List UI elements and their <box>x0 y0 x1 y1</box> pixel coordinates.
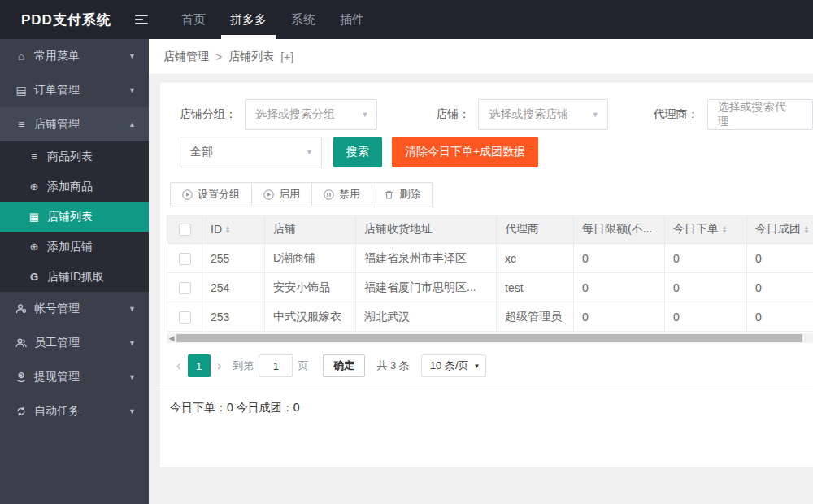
trash-icon <box>384 189 394 200</box>
select-placeholder: 选择或搜索代理 <box>718 100 791 129</box>
cell-address: 湖北武汉 <box>356 302 497 332</box>
play-circle-icon <box>263 189 274 200</box>
breadcrumb-add-tab[interactable]: [+] <box>280 50 293 63</box>
breadcrumb-separator: > <box>215 50 222 63</box>
select-value: 全部 <box>190 145 213 159</box>
plus-circle-icon: ⊕ <box>28 180 41 193</box>
cell-today-orders: 0 <box>665 244 747 273</box>
pagination: ‹ 1 › 到第 页 确定 共 3 条 10 条/页 ▼ <box>170 354 813 377</box>
sidebar-item-common-menu[interactable]: ⌂ 常用菜单 ▼ <box>0 39 149 73</box>
column-header-agent: 代理商 <box>505 222 539 235</box>
main-content: 店铺管理 > 店铺列表 [+] 店铺分组： 选择或搜索分组 ▼ 店铺： 选择或搜… <box>149 39 813 504</box>
sidebar-item-label: 店铺管理 <box>34 117 80 132</box>
goto-page-input[interactable] <box>259 354 293 377</box>
sort-icon[interactable]: ▴▾ <box>723 225 726 233</box>
chevron-down-icon: ▼ <box>474 363 480 370</box>
row-checkbox[interactable] <box>179 282 191 294</box>
users-icon <box>15 337 28 349</box>
sidebar-item-auto-tasks[interactable]: 自动任务 ▼ <box>0 394 149 428</box>
cell-address: 福建省厦门市思明区... <box>356 273 497 302</box>
disable-button[interactable]: 禁用 <box>312 182 372 206</box>
sort-icon[interactable]: ▴▾ <box>805 225 808 233</box>
top-header: PDD支付系统 首页 拼多多 系统 插件 <box>0 0 813 39</box>
select-placeholder: 选择或搜索分组 <box>255 107 335 122</box>
sidebar: ⌂ 常用菜单 ▼ ▤ 订单管理 ▼ ≡ 店铺管理 ▲ ≡ 商品列表 ⊕ 添加商品… <box>0 39 149 504</box>
cell-daily-limit: 0 <box>574 244 665 273</box>
scroll-left-icon[interactable]: ◀ <box>167 333 176 343</box>
tab-plugins[interactable]: 插件 <box>328 0 376 39</box>
sidebar-item-order-management[interactable]: ▤ 订单管理 ▼ <box>0 73 149 107</box>
cell-id: 254 <box>202 273 265 302</box>
sidebar-fold-icon[interactable] <box>127 0 156 39</box>
table-header-row: ID▴▾ 店铺 店铺收货地址 代理商 每日限额(不... 今日下单▴▾ 今日成团… <box>167 215 813 244</box>
home-icon: ⌂ <box>15 50 28 63</box>
select-placeholder: 选择或搜索店铺 <box>489 107 568 122</box>
breadcrumb: 店铺管理 > 店铺列表 [+] <box>149 39 813 75</box>
delete-button[interactable]: 删除 <box>372 182 433 206</box>
shop-group-select[interactable]: 选择或搜索分组 ▼ <box>245 99 377 130</box>
agent-select[interactable]: 选择或搜索代理 <box>707 99 813 130</box>
shop-select[interactable]: 选择或搜索店铺 ▼ <box>478 99 607 130</box>
cell-today-groups: 0 <box>747 273 813 302</box>
tab-system[interactable]: 系统 <box>279 0 328 39</box>
tab-home[interactable]: 首页 <box>169 0 218 39</box>
set-group-button[interactable]: 设置分组 <box>170 182 252 206</box>
status-select[interactable]: 全部 ▼ <box>180 137 322 167</box>
clear-today-data-button[interactable]: 清除今日下单+成团数据 <box>392 137 538 167</box>
prev-page-icon[interactable]: ‹ <box>170 358 188 374</box>
breadcrumb-section[interactable]: 店铺管理 <box>163 50 209 64</box>
list-icon: ≡ <box>28 150 41 163</box>
row-checkbox[interactable] <box>179 311 191 324</box>
sidebar-item-withdraw-management[interactable]: 提现管理 ▼ <box>0 360 149 394</box>
sidebar-item-label: 帐号管理 <box>34 302 80 316</box>
current-page-button[interactable]: 1 <box>188 354 211 377</box>
button-label: 禁用 <box>339 187 360 202</box>
sidebar-item-label: 添加商品 <box>47 180 93 194</box>
chevron-down-icon: ▼ <box>128 86 136 94</box>
horizontal-scrollbar[interactable]: ◀ <box>167 333 813 343</box>
sidebar-item-account-management[interactable]: 帐号管理 ▼ <box>0 292 149 326</box>
search-button[interactable]: 搜索 <box>333 137 382 167</box>
next-page-icon[interactable]: › <box>211 358 228 374</box>
button-label: 设置分组 <box>198 187 240 202</box>
cell-id: 253 <box>202 302 265 332</box>
scrollbar-thumb[interactable] <box>176 334 802 342</box>
select-all-checkbox[interactable] <box>179 224 191 236</box>
grid-icon: ▦ <box>28 211 41 223</box>
cell-shop: 安安小饰品 <box>265 273 356 302</box>
column-header-today-orders: 今日下单 <box>673 222 719 237</box>
cell-agent: 超级管理员 <box>497 302 574 332</box>
sidebar-item-add-product[interactable]: ⊕ 添加商品 <box>0 172 149 202</box>
sidebar-item-product-list[interactable]: ≡ 商品列表 <box>0 141 149 172</box>
cell-today-orders: 0 <box>665 273 747 302</box>
chevron-down-icon: ▼ <box>128 52 136 60</box>
sidebar-item-add-shop[interactable]: ⊕ 添加店铺 <box>0 232 149 262</box>
chevron-up-icon: ▲ <box>128 120 136 128</box>
chevron-down-icon: ▼ <box>128 305 136 313</box>
shop-list-panel: 店铺分组： 选择或搜索分组 ▼ 店铺： 选择或搜索店铺 ▼ 代理商： 选择或搜索… <box>160 83 813 467</box>
page-unit-label: 页 <box>298 358 308 373</box>
button-label: 启用 <box>279 187 300 202</box>
page-size-value: 10 条/页 <box>430 358 469 373</box>
sidebar-item-label: 常用菜单 <box>34 49 80 63</box>
cell-agent: test <box>497 273 574 302</box>
column-header-id: ID <box>211 223 222 236</box>
sidebar-item-shop-list[interactable]: ▦ 店铺列表 <box>0 202 149 232</box>
sidebar-item-label: 员工管理 <box>34 336 80 350</box>
tab-pinduoduo[interactable]: 拼多多 <box>218 0 279 39</box>
orders-icon: ▤ <box>15 84 28 97</box>
sidebar-item-shop-management[interactable]: ≡ 店铺管理 ▲ <box>0 107 149 141</box>
shop-label: 店铺： <box>436 107 470 122</box>
page-size-select[interactable]: 10 条/页 ▼ <box>421 354 486 377</box>
enable-button[interactable]: 启用 <box>252 182 312 206</box>
sort-icon[interactable]: ▴▾ <box>226 225 229 233</box>
sidebar-item-staff-management[interactable]: 员工管理 ▼ <box>0 326 149 360</box>
row-checkbox[interactable] <box>179 253 191 265</box>
breadcrumb-page[interactable]: 店铺列表 <box>228 50 274 64</box>
refresh-icon <box>15 406 28 417</box>
cell-daily-limit: 0 <box>574 273 665 302</box>
agent-label: 代理商： <box>654 107 699 122</box>
sidebar-item-shop-id-capture[interactable]: G 店铺ID抓取 <box>0 262 149 292</box>
column-header-daily-limit: 每日限额(不... <box>582 222 652 235</box>
confirm-page-button[interactable]: 确定 <box>323 354 365 377</box>
